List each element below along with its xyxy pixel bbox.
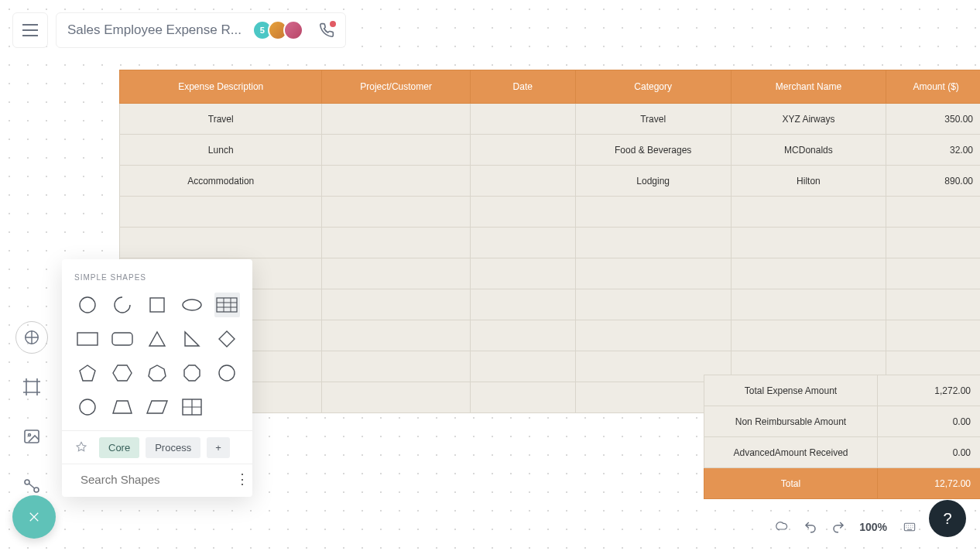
- table-cell[interactable]: [886, 197, 980, 228]
- table-cell[interactable]: [470, 135, 575, 166]
- table-cell[interactable]: [470, 289, 575, 320]
- zoom-level[interactable]: 100%: [859, 521, 887, 533]
- right-triangle-icon[interactable]: [180, 327, 205, 351]
- triangle-icon[interactable]: [144, 327, 170, 351]
- redo-icon[interactable]: [831, 520, 845, 534]
- table-row[interactable]: AccommodationLodgingHilton890.00: [120, 166, 981, 197]
- table-cell[interactable]: [575, 289, 731, 320]
- rounded-rect-icon[interactable]: [109, 327, 135, 351]
- table-cell[interactable]: [731, 197, 886, 228]
- table-cell[interactable]: [470, 104, 575, 135]
- call-icon[interactable]: [319, 22, 334, 38]
- table-cell[interactable]: [886, 258, 980, 289]
- table-header[interactable]: Project/Customer: [322, 70, 470, 104]
- sync-icon[interactable]: [773, 520, 790, 534]
- summary-row[interactable]: AdvancedAmount Received0.00: [704, 437, 981, 468]
- table-row[interactable]: [120, 228, 981, 258]
- table-cell[interactable]: [470, 382, 575, 413]
- table-cell[interactable]: [322, 135, 470, 166]
- table-row[interactable]: [120, 197, 981, 228]
- table-row[interactable]: TravelTravelXYZ Airways350.00: [120, 104, 981, 135]
- table-cell[interactable]: 32.00: [886, 135, 980, 166]
- table-cell[interactable]: [322, 351, 470, 382]
- nonagon-icon[interactable]: [214, 361, 240, 385]
- table-cell[interactable]: [886, 320, 980, 351]
- table-cell[interactable]: Accommodation: [120, 166, 322, 197]
- trapezoid-icon[interactable]: [109, 395, 135, 419]
- tab-process[interactable]: Process: [146, 437, 200, 458]
- table-cell[interactable]: [731, 289, 886, 320]
- table-cell[interactable]: [470, 166, 575, 197]
- table-cell[interactable]: [886, 228, 980, 258]
- pentagon-icon[interactable]: [74, 361, 100, 385]
- table-cell[interactable]: Travel: [575, 104, 731, 135]
- undo-icon[interactable]: [804, 520, 817, 534]
- hexagon-icon[interactable]: [109, 361, 135, 385]
- frame-tool-icon[interactable]: [15, 371, 48, 403]
- table-cell[interactable]: [322, 228, 470, 258]
- keyboard-icon[interactable]: [901, 521, 918, 533]
- table-header[interactable]: Merchant Name: [731, 70, 886, 104]
- table-cell[interactable]: [322, 320, 470, 351]
- help-fab[interactable]: ?: [929, 500, 966, 537]
- decagon-icon[interactable]: [74, 395, 100, 419]
- table-cell[interactable]: [470, 197, 575, 228]
- table-cell[interactable]: Hilton: [731, 166, 886, 197]
- close-panel-fab[interactable]: [12, 495, 56, 539]
- table-cell[interactable]: 350.00: [886, 104, 980, 135]
- avatar[interactable]: [283, 20, 303, 40]
- pin-icon[interactable]: [70, 436, 93, 459]
- table-row[interactable]: LunchFood & BeveragesMCDonalds32.00: [120, 135, 981, 166]
- table-cell[interactable]: [322, 104, 470, 135]
- table-cell[interactable]: Food & Beverages: [575, 135, 731, 166]
- circle-icon[interactable]: [74, 293, 100, 317]
- summary-table[interactable]: Total Expense Amount1,272.00Non Reimburs…: [704, 375, 980, 499]
- table-cell[interactable]: 890.00: [886, 166, 980, 197]
- table-cell[interactable]: [470, 258, 575, 289]
- table-cell[interactable]: [575, 258, 731, 289]
- heptagon-icon[interactable]: [144, 361, 170, 385]
- table-cell[interactable]: [120, 197, 322, 228]
- square-icon[interactable]: [144, 293, 170, 317]
- parallelogram-icon[interactable]: [144, 395, 170, 419]
- add-library-button[interactable]: +: [207, 437, 230, 458]
- table-header[interactable]: Category: [575, 70, 731, 104]
- summary-row[interactable]: Total Expense Amount1,272.00: [704, 375, 981, 406]
- table-header[interactable]: Amount ($): [886, 70, 980, 104]
- table-cell[interactable]: [322, 197, 470, 228]
- grid-shape-icon[interactable]: [180, 395, 205, 419]
- diamond-icon[interactable]: [214, 327, 240, 351]
- table-cell[interactable]: [731, 258, 886, 289]
- table-cell[interactable]: [731, 320, 886, 351]
- table-cell[interactable]: [575, 320, 731, 351]
- menu-button[interactable]: [12, 12, 48, 48]
- document-title[interactable]: Sales Employee Expense R...: [67, 22, 242, 38]
- table-cell[interactable]: [322, 166, 470, 197]
- table-cell[interactable]: [470, 351, 575, 382]
- arc-icon[interactable]: [109, 293, 135, 317]
- octagon-icon[interactable]: [180, 361, 205, 385]
- table-cell[interactable]: MCDonalds: [731, 135, 886, 166]
- table-cell[interactable]: [470, 228, 575, 258]
- table-header[interactable]: Date: [470, 70, 575, 104]
- table-cell[interactable]: [120, 228, 322, 258]
- summary-row[interactable]: Non Reimbursable Amount0.00: [704, 406, 981, 437]
- table-cell[interactable]: [470, 320, 575, 351]
- table-cell[interactable]: [322, 382, 470, 413]
- table-cell[interactable]: [322, 289, 470, 320]
- tab-core[interactable]: Core: [99, 437, 139, 458]
- rectangle-icon[interactable]: [74, 327, 100, 351]
- table-cell[interactable]: Lunch: [120, 135, 322, 166]
- ellipse-icon[interactable]: [180, 293, 205, 317]
- table-cell[interactable]: Travel: [120, 104, 322, 135]
- table-header[interactable]: Expense Description: [120, 70, 322, 104]
- table-cell[interactable]: [575, 228, 731, 258]
- table-cell[interactable]: XYZ Airways: [731, 104, 886, 135]
- table-cell[interactable]: [575, 197, 731, 228]
- table-cell[interactable]: Lodging: [575, 166, 731, 197]
- table-cell[interactable]: [322, 258, 470, 289]
- image-tool-icon[interactable]: [15, 420, 48, 453]
- summary-row[interactable]: Total12,72.00: [704, 468, 981, 499]
- shapes-tool-icon[interactable]: [15, 321, 48, 354]
- table-cell[interactable]: [731, 228, 886, 258]
